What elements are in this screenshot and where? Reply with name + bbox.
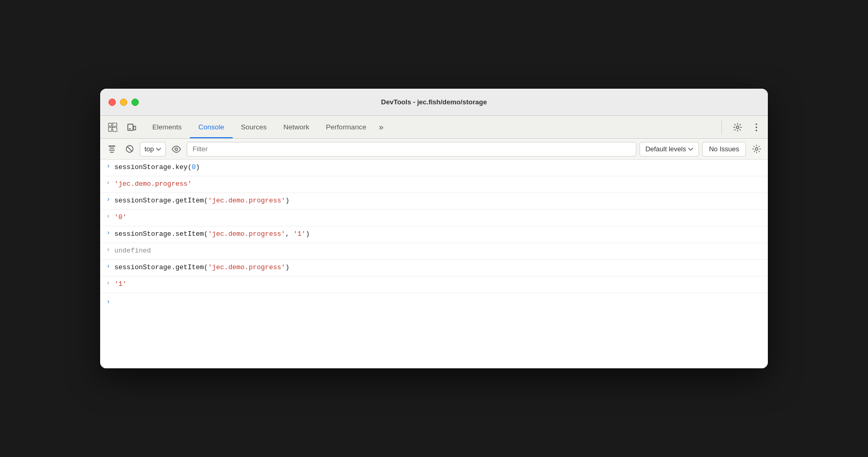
devtools-window: DevTools - jec.fish/demo/storage xyxy=(100,89,768,368)
svg-rect-0 xyxy=(108,123,112,126)
svg-rect-14 xyxy=(110,152,114,153)
svg-point-8 xyxy=(756,123,757,125)
console-prompt xyxy=(114,296,762,307)
console-line: › sessionStorage.getItem('jec.demo.progr… xyxy=(100,193,768,210)
console-input-line[interactable]: › xyxy=(100,293,768,310)
device-toolbar-icon[interactable] xyxy=(123,119,140,136)
svg-rect-5 xyxy=(134,126,136,130)
input-arrow: › xyxy=(106,229,110,237)
maximize-button[interactable] xyxy=(131,99,139,106)
prompt-arrow: › xyxy=(106,298,110,306)
log-levels-button[interactable]: Default levels xyxy=(640,142,699,157)
output-arrow: ‹ xyxy=(106,212,110,220)
tab-sources[interactable]: Sources xyxy=(233,116,275,138)
tab-console[interactable]: Console xyxy=(190,116,233,138)
console-line: ‹ '1' xyxy=(100,276,768,293)
close-button[interactable] xyxy=(108,99,116,106)
svg-point-17 xyxy=(175,148,178,150)
svg-rect-2 xyxy=(113,123,117,126)
tabs: Elements Console Sources Network Perform… xyxy=(144,116,721,138)
svg-point-18 xyxy=(755,148,758,150)
eye-icon[interactable] xyxy=(169,142,184,157)
tabbar-icons xyxy=(104,119,140,136)
console-line-content: sessionStorage.setItem('jec.demo.progres… xyxy=(114,229,762,239)
output-arrow: ‹ xyxy=(106,246,110,254)
tab-elements[interactable]: Elements xyxy=(144,116,190,138)
svg-rect-13 xyxy=(109,150,115,151)
console-line-content: '1' xyxy=(114,279,762,290)
console-settings-icon[interactable] xyxy=(749,142,764,157)
svg-line-16 xyxy=(127,147,132,152)
svg-rect-12 xyxy=(110,148,114,149)
tab-performance[interactable]: Performance xyxy=(318,116,375,138)
inspect-element-icon[interactable] xyxy=(104,119,121,136)
console-line-content: undefined xyxy=(114,246,762,256)
clear-console-icon[interactable] xyxy=(104,142,119,157)
tabbar: Elements Console Sources Network Perform… xyxy=(100,116,768,139)
prohibit-icon[interactable] xyxy=(122,142,137,157)
tab-network[interactable]: Network xyxy=(275,116,318,138)
console-line: › sessionStorage.setItem('jec.demo.progr… xyxy=(100,226,768,243)
filter-input[interactable] xyxy=(187,142,636,157)
console-toolbar: top Default levels No Issues xyxy=(100,139,768,160)
console-content: › sessionStorage.key(0) ‹ 'jec.demo.prog… xyxy=(100,160,768,368)
console-line: ‹ undefined xyxy=(100,243,768,260)
traffic-lights xyxy=(108,99,139,106)
input-arrow: › xyxy=(106,196,110,203)
console-line-content: '0' xyxy=(114,212,762,223)
console-line-content: 'jec.demo.progress' xyxy=(114,179,762,189)
console-line-content: sessionStorage.getItem('jec.demo.progres… xyxy=(114,262,762,273)
more-tabs-button[interactable]: » xyxy=(375,116,388,138)
svg-rect-1 xyxy=(108,127,112,131)
svg-point-7 xyxy=(737,126,739,128)
svg-rect-11 xyxy=(108,146,115,147)
titlebar: DevTools - jec.fish/demo/storage xyxy=(100,89,768,116)
output-arrow: ‹ xyxy=(106,179,110,187)
no-issues-button[interactable]: No Issues xyxy=(702,142,746,157)
console-line-content: sessionStorage.key(0) xyxy=(114,162,762,173)
output-arrow: ‹ xyxy=(106,279,110,287)
input-arrow: › xyxy=(106,162,110,170)
console-line-content: sessionStorage.getItem('jec.demo.progres… xyxy=(114,196,762,206)
context-selector[interactable]: top xyxy=(140,142,166,157)
console-line: › sessionStorage.getItem('jec.demo.progr… xyxy=(100,260,768,276)
svg-rect-3 xyxy=(113,127,117,131)
settings-icon[interactable] xyxy=(730,120,745,135)
svg-rect-4 xyxy=(128,124,133,130)
console-line: › sessionStorage.key(0) xyxy=(100,160,768,176)
console-line: ‹ 'jec.demo.progress' xyxy=(100,176,768,193)
console-line: ‹ '0' xyxy=(100,210,768,226)
more-options-icon[interactable] xyxy=(749,120,764,135)
svg-point-9 xyxy=(756,126,757,128)
input-arrow: › xyxy=(106,262,110,270)
svg-point-10 xyxy=(756,129,757,131)
minimize-button[interactable] xyxy=(120,99,127,106)
tabbar-right xyxy=(721,120,764,135)
window-title: DevTools - jec.fish/demo/storage xyxy=(381,98,487,106)
